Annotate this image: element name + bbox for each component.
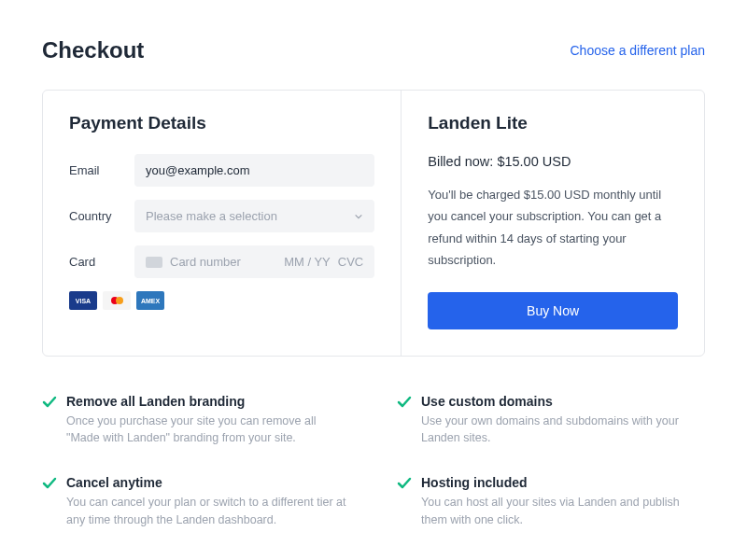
check-icon	[42, 395, 57, 410]
card-cvc-placeholder: CVC	[338, 255, 363, 269]
feature-item: Use custom domains Use your own domains …	[397, 394, 705, 448]
feature-title: Hosting included	[421, 475, 705, 490]
check-icon	[42, 476, 57, 491]
payment-details-panel: Payment Details Email Country Please mak…	[43, 91, 402, 356]
card-icon	[146, 257, 162, 268]
feature-description: You can cancel your plan or switch to a …	[66, 494, 350, 529]
checkout-card: Payment Details Email Country Please mak…	[42, 90, 705, 357]
feature-title: Cancel anytime	[66, 475, 350, 490]
billed-now-text: Billed now: $15.00 USD	[428, 154, 678, 169]
email-label: Email	[69, 163, 134, 177]
feature-description: Once you purchase your site you can remo…	[66, 413, 350, 448]
country-select[interactable]: Please make a selection	[134, 200, 374, 232]
buy-now-button[interactable]: Buy Now	[428, 292, 678, 329]
check-icon	[397, 395, 412, 410]
card-expiry-placeholder: MM / YY	[284, 255, 331, 269]
amex-icon: AMEX	[136, 291, 164, 310]
plan-name: Landen Lite	[428, 113, 678, 133]
feature-description: You can host all your sites via Landen a…	[421, 494, 705, 529]
mastercard-icon	[103, 291, 131, 310]
feature-item: Cancel anytime You can cancel your plan …	[42, 475, 350, 529]
page-title: Checkout	[42, 37, 144, 63]
feature-description: Use your own domains and subdomains with…	[421, 413, 705, 448]
country-label: Country	[69, 209, 134, 223]
chevron-down-icon	[354, 212, 363, 221]
plan-summary-panel: Landen Lite Billed now: $15.00 USD You'l…	[402, 91, 704, 356]
feature-item: Remove all Landen branding Once you purc…	[42, 394, 350, 448]
feature-title: Use custom domains	[421, 394, 705, 409]
billing-description: You'll be charged $15.00 USD monthly unt…	[428, 184, 678, 272]
feature-title: Remove all Landen branding	[66, 394, 350, 409]
card-brand-icons: VISA AMEX	[69, 291, 374, 310]
card-input[interactable]: Card number MM / YY CVC	[134, 245, 374, 278]
choose-different-plan-link[interactable]: Choose a different plan	[570, 43, 705, 58]
features-grid: Remove all Landen branding Once you purc…	[42, 394, 705, 529]
card-number-placeholder: Card number	[170, 255, 276, 269]
visa-icon: VISA	[69, 291, 97, 310]
email-field[interactable]	[134, 154, 374, 187]
check-icon	[397, 476, 412, 491]
country-select-placeholder: Please make a selection	[146, 209, 277, 223]
card-label: Card	[69, 255, 134, 269]
feature-item: Hosting included You can host all your s…	[397, 475, 705, 529]
payment-details-title: Payment Details	[69, 113, 374, 133]
